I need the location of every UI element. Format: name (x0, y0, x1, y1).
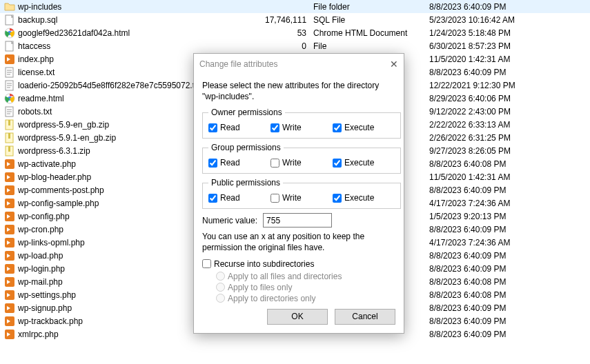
owner-execute-checkbox[interactable] (333, 123, 342, 132)
file-size: 53 (265, 28, 313, 38)
file-date: 8/8/2023 6:40:08 PM (429, 290, 567, 300)
file-name: wordpress-5.9.1-en_gb.zip (18, 133, 116, 143)
apply-all-radio (216, 272, 225, 281)
text-icon (4, 80, 15, 91)
file-date: 2/26/2022 6:31:25 PM (429, 133, 567, 143)
file-name: readme.html (18, 94, 64, 103)
file-date: 1/24/2023 5:18:48 PM (429, 28, 567, 38)
file-date: 11/5/2020 1:42:31 AM (429, 54, 567, 64)
file-date: 8/8/2023 6:40:09 PM (429, 225, 567, 234)
public-permissions-group: Public permissions Read Write Execute (202, 178, 401, 209)
group-read-checkbox[interactable] (208, 159, 217, 168)
file-date: 8/8/2023 6:40:09 PM (429, 68, 567, 77)
zip-icon (4, 145, 15, 156)
apply-all-option: Apply to all files and directories (216, 272, 395, 281)
owner-permissions-legend: Owner permissions (208, 108, 285, 117)
file-name: wp-blog-header.php (18, 172, 91, 182)
file-row[interactable]: googlef9ed23621daf042a.html53Chrome HTML… (0, 26, 590, 39)
file-name: loaderio-25092b54d5e8ff6f282e78e7c559507… (18, 81, 201, 90)
public-write-checkbox[interactable] (271, 194, 279, 203)
file-name: wp-trackback.php (18, 316, 83, 326)
numeric-value-label: Numeric value: (202, 216, 257, 225)
file-name: index.php (18, 54, 54, 64)
file-name: googlef9ed23621daf042a.html (18, 28, 130, 38)
file-date: 4/17/2023 7:24:36 AM (429, 238, 567, 247)
dialog-title: Change file attributes (199, 59, 376, 69)
owner-execute-option[interactable]: Execute (333, 123, 395, 132)
svg-rect-24 (8, 146, 10, 152)
php-icon (4, 224, 15, 235)
file-date: 8/29/2023 6:40:06 PM (429, 94, 567, 103)
file-date: 8/8/2023 6:40:09 PM (429, 264, 567, 274)
file-type: File folder (313, 2, 429, 12)
file-row[interactable]: wp-includesFile folder8/8/2023 6:40:09 P… (0, 0, 590, 13)
permission-hint: You can use an x at any position to keep… (202, 232, 395, 253)
file-row[interactable]: htaccess0File6/30/2021 8:57:23 PM (0, 39, 590, 52)
file-icon (4, 41, 15, 52)
php-icon (4, 172, 15, 183)
group-permissions-legend: Group permissions (208, 143, 284, 152)
file-name: wp-activate.php (18, 159, 76, 169)
ok-button[interactable]: OK (267, 309, 328, 325)
group-read-option[interactable]: Read (208, 158, 271, 168)
apply-files-option: Apply to files only (216, 283, 395, 292)
numeric-value-input[interactable] (263, 213, 332, 228)
file-name: wp-includes (18, 2, 61, 12)
file-name: wp-cron.php (18, 225, 63, 234)
recurse-label: Recurse into subdirectories (214, 259, 314, 269)
file-row[interactable]: backup.sql17,746,111SQL File5/23/2023 10… (0, 13, 590, 26)
file-type: SQL File (313, 15, 429, 25)
recurse-checkbox[interactable] (202, 259, 211, 268)
file-date: 8/8/2023 6:40:09 PM (429, 185, 567, 195)
owner-read-option[interactable]: Read (208, 123, 271, 132)
public-read-option[interactable]: Read (208, 193, 271, 203)
file-date: 8/8/2023 6:40:09 PM (429, 2, 567, 12)
public-execute-checkbox[interactable] (333, 194, 342, 203)
dialog-titlebar[interactable]: Change file attributes ✕ (194, 54, 404, 74)
owner-read-checkbox[interactable] (208, 123, 217, 132)
apply-files-radio (216, 283, 225, 292)
php-icon (4, 329, 15, 340)
file-name: backup.sql (18, 15, 57, 25)
group-write-checkbox[interactable] (271, 159, 279, 168)
svg-rect-20 (8, 120, 10, 125)
public-write-option[interactable]: Write (271, 193, 333, 203)
folder-icon (4, 1, 15, 12)
owner-permissions-group: Owner permissions Read Write Execute (202, 108, 401, 139)
file-date: 5/23/2023 10:16:42 AM (429, 15, 567, 25)
file-date: 9/27/2023 8:26:05 PM (429, 146, 567, 156)
group-permissions-group: Group permissions Read Write Execute (202, 143, 401, 174)
file-size: 17,746,111 (265, 15, 313, 25)
cancel-button[interactable]: Cancel (335, 309, 395, 325)
owner-write-checkbox[interactable] (271, 123, 279, 132)
group-execute-checkbox[interactable] (333, 159, 342, 168)
php-icon (4, 316, 15, 327)
php-icon (4, 159, 15, 170)
file-name: robots.txt (18, 107, 52, 117)
apply-dirs-option: Apply to directories only (216, 294, 395, 303)
file-name: wp-login.php (18, 264, 65, 274)
close-icon[interactable]: ✕ (376, 59, 398, 70)
file-date: 11/5/2020 1:42:31 AM (429, 172, 567, 182)
owner-write-option[interactable]: Write (271, 123, 333, 132)
group-execute-option[interactable]: Execute (333, 158, 395, 168)
change-attributes-dialog: Change file attributes ✕ Please select t… (193, 53, 404, 334)
file-date: 8/8/2023 6:40:09 PM (429, 251, 567, 261)
file-name: license.txt (18, 68, 55, 77)
php-icon (4, 211, 15, 222)
file-name: wordpress-5.9-en_gb.zip (18, 120, 109, 130)
group-write-option[interactable]: Write (271, 158, 333, 168)
php-icon (4, 237, 15, 248)
file-name: wp-load.php (18, 251, 63, 261)
php-icon (4, 303, 15, 314)
public-read-checkbox[interactable] (208, 194, 217, 203)
chrome-icon (4, 93, 15, 104)
apply-dirs-radio (216, 294, 225, 303)
file-date: 12/22/2021 9:12:30 PM (429, 81, 567, 90)
file-date: 6/30/2021 8:57:23 PM (429, 41, 567, 51)
php-icon (4, 54, 15, 65)
text-icon (4, 67, 15, 78)
file-date: 8/8/2023 6:40:08 PM (429, 277, 567, 287)
public-execute-option[interactable]: Execute (333, 193, 395, 203)
php-icon (4, 250, 15, 261)
